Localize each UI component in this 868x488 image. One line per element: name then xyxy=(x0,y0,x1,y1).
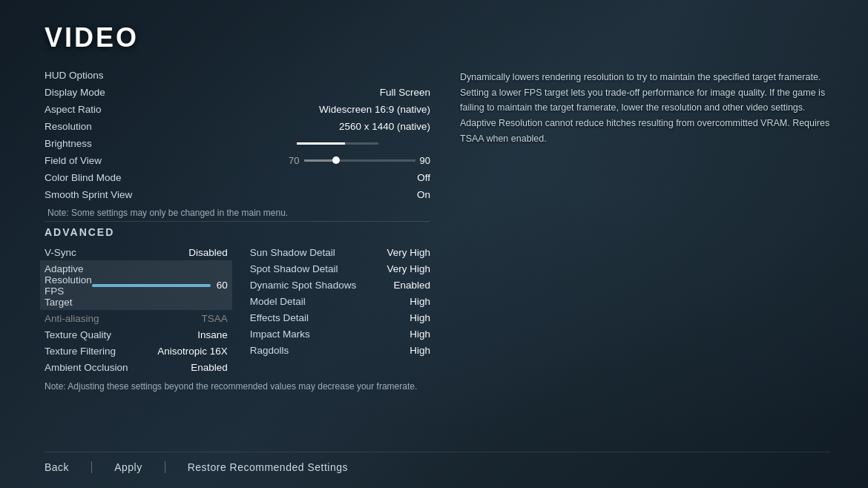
adv-left-row[interactable]: V-SyncDisabled xyxy=(45,244,228,260)
aspect-ratio-label: Aspect Ratio xyxy=(45,104,102,115)
color-blind-value: Off xyxy=(417,172,430,183)
adv-left-row[interactable]: Ambient OcclusionEnabled xyxy=(45,359,228,375)
adv-left-row[interactable]: Texture QualityInsane xyxy=(45,326,228,343)
adv-label: Model Detail xyxy=(250,296,306,307)
adv-label: Texture Filtering xyxy=(45,346,116,357)
adv-value: Very High xyxy=(387,263,430,274)
divider-2 xyxy=(165,461,165,473)
fov-track xyxy=(304,159,415,162)
adv-value: TSAA xyxy=(202,313,228,324)
left-panel: HUD Options Display Mode Full Screen Asp… xyxy=(45,67,430,449)
adv-left-row[interactable]: Anti-aliasingTSAA xyxy=(45,310,228,326)
resolution-row[interactable]: Resolution 2560 x 1440 (native) xyxy=(45,118,430,135)
adv-right-row[interactable]: Model DetailHigh xyxy=(250,293,430,309)
adv-value: Very High xyxy=(387,247,430,258)
brightness-row[interactable]: Brightness xyxy=(45,135,430,152)
page-title: VIDEO xyxy=(45,22,831,53)
adv-label: Dynamic Spot Shadows xyxy=(250,280,356,291)
adv-label: Impact Marks xyxy=(250,329,310,340)
adv-slider-track[interactable] xyxy=(92,284,211,287)
brightness-fill xyxy=(297,142,345,145)
smooth-sprint-value: On xyxy=(417,189,430,200)
basic-settings: HUD Options Display Mode Full Screen Asp… xyxy=(45,67,430,203)
adv-value: High xyxy=(410,345,430,356)
adv-label: Adaptive Resolution FPS Target xyxy=(45,263,92,308)
brightness-label: Brightness xyxy=(45,138,92,149)
adv-left-row[interactable]: Adaptive Resolution FPS Target60 xyxy=(40,260,232,310)
resolution-label: Resolution xyxy=(45,121,92,132)
main-area: HUD Options Display Mode Full Screen Asp… xyxy=(45,67,831,449)
color-blind-label: Color Blind Mode xyxy=(45,172,122,183)
advanced-left-col: V-SyncDisabledAdaptive Resolution FPS Ta… xyxy=(45,244,228,375)
display-mode-row[interactable]: Display Mode Full Screen xyxy=(45,84,430,101)
advanced-right-col: Sun Shadow DetailVery HighSpot Shadow De… xyxy=(250,244,430,375)
fov-fill xyxy=(304,159,334,162)
adv-value: Insane xyxy=(197,329,228,340)
adv-label: Ragdolls xyxy=(250,345,289,356)
adv-right-row[interactable]: RagdollsHigh xyxy=(250,342,430,358)
hud-options-row[interactable]: HUD Options xyxy=(45,67,430,84)
adv-label: Effects Detail xyxy=(250,312,309,323)
adv-label: Anti-aliasing xyxy=(45,313,99,324)
adv-value: High xyxy=(410,329,430,340)
fov-control[interactable]: 70 90 xyxy=(237,155,430,166)
resolution-value: 2560 x 1440 (native) xyxy=(339,121,430,132)
fov-max: 90 xyxy=(420,155,430,166)
fov-thumb xyxy=(332,156,340,164)
adv-label: Texture Quality xyxy=(45,329,111,340)
brightness-track xyxy=(297,142,378,145)
back-button[interactable]: Back xyxy=(45,461,69,473)
info-text: Dynamically lowers rendering resolution … xyxy=(460,70,831,146)
display-mode-label: Display Mode xyxy=(45,87,105,98)
basic-note: Note: Some settings may only be changed … xyxy=(45,208,430,218)
fov-row[interactable]: Field of View 70 90 xyxy=(45,152,430,169)
adv-right-row[interactable]: Spot Shadow DetailVery High xyxy=(250,260,430,277)
adv-value: 60 xyxy=(217,280,228,291)
smooth-sprint-row[interactable]: Smooth Sprint View On xyxy=(45,186,430,203)
divider-1 xyxy=(91,461,92,473)
adv-label: Ambient Occlusion xyxy=(45,362,128,373)
adv-value: Enabled xyxy=(191,362,228,373)
adv-left-row[interactable]: Texture FilteringAnisotropic 16X xyxy=(45,343,228,359)
color-blind-row[interactable]: Color Blind Mode Off xyxy=(45,169,430,186)
separator xyxy=(45,221,430,222)
adv-right-row[interactable]: Impact MarksHigh xyxy=(250,326,430,342)
adv-right-row[interactable]: Dynamic Spot ShadowsEnabled xyxy=(250,277,430,293)
fov-label: Field of View xyxy=(45,155,102,166)
restore-button[interactable]: Restore Recommended Settings xyxy=(188,461,348,473)
adv-value: Anisotropic 16X xyxy=(157,346,228,357)
adv-label: Spot Shadow Detail xyxy=(250,263,338,274)
adv-label: V-Sync xyxy=(45,247,76,258)
brightness-slider[interactable] xyxy=(297,142,430,145)
adv-right-row[interactable]: Sun Shadow DetailVery High xyxy=(250,244,430,260)
adv-slider-fill xyxy=(92,284,211,287)
apply-button[interactable]: Apply xyxy=(114,461,142,473)
adv-right-row[interactable]: Effects DetailHigh xyxy=(250,309,430,326)
adv-value: Enabled xyxy=(393,280,430,291)
advanced-note: Note: Adjusting these settings beyond th… xyxy=(45,381,430,392)
right-info-panel: Dynamically lowers rendering resolution … xyxy=(460,67,831,449)
fov-min: 70 xyxy=(289,155,299,166)
aspect-ratio-value: Widescreen 16:9 (native) xyxy=(319,104,430,115)
display-mode-value: Full Screen xyxy=(380,87,430,98)
smooth-sprint-label: Smooth Sprint View xyxy=(45,189,132,200)
hud-options-label: HUD Options xyxy=(45,70,104,81)
advanced-title: ADVANCED xyxy=(45,226,430,238)
adv-value: High xyxy=(410,312,430,323)
page-content: VIDEO HUD Options Display Mode Full Scre… xyxy=(0,0,868,488)
adv-value: Disabled xyxy=(188,247,228,258)
aspect-ratio-row[interactable]: Aspect Ratio Widescreen 16:9 (native) xyxy=(45,101,430,118)
bottom-bar: Back Apply Restore Recommended Settings xyxy=(45,452,831,473)
adv-value: High xyxy=(410,296,430,307)
advanced-grid: V-SyncDisabledAdaptive Resolution FPS Ta… xyxy=(45,244,430,375)
adv-label: Sun Shadow Detail xyxy=(250,247,335,258)
